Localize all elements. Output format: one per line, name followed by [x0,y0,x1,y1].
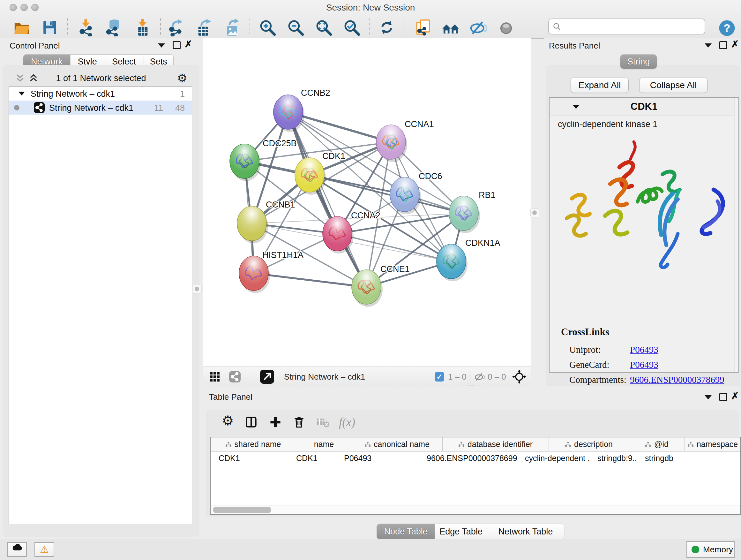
zoom-fit-button[interactable] [315,18,333,37]
column-type-icon [459,440,464,449]
node-label-RB1: RB1 [479,190,495,200]
results-scrollbar[interactable] [734,98,738,372]
tab-network-table[interactable]: Network Table [487,524,564,539]
delete-table-button[interactable] [316,415,330,429]
network-node-CDK1[interactable] [295,158,326,195]
panel-float-icon[interactable] [719,41,727,49]
table-panel-body: ⚙ f(x) shared namenamecanonical namedata… [206,410,739,517]
zoom-selected-button[interactable] [343,18,360,37]
delete-column-button[interactable] [292,415,306,429]
network-canvas[interactable]: CCNB2CCNA1CDC25BCDK1CDC6RB1CCNB1CCNA2CDK… [203,38,531,367]
crosslink-link[interactable]: 9606.ENSP00000378699 [630,374,724,385]
panel-close-icon[interactable]: ✗ [185,41,192,47]
detach-view-button[interactable] [260,370,274,384]
save-session-button[interactable] [41,18,59,37]
network-node-RB1[interactable] [449,196,480,233]
eye-sphere-icon [497,18,515,37]
table-row[interactable]: CDK1CDK1P064939606.ENSP00000378699cyclin… [211,451,740,465]
refresh-button[interactable] [378,18,396,37]
tree-expand-icon[interactable] [18,91,25,96]
search-input[interactable] [548,18,705,35]
network-node-CCNE1[interactable] [352,270,383,307]
table-column-header[interactable]: @id [629,437,685,451]
import-table-button[interactable] [133,18,151,37]
zoom-in-button[interactable] [259,18,276,37]
table-column-header[interactable]: canonical name [352,437,443,451]
first-neighbors-button[interactable] [414,18,432,37]
export-image-button[interactable] [223,18,241,37]
panel-menu-icon[interactable] [704,44,712,48]
network-node-CDKN1A[interactable] [436,244,468,281]
panel-float-icon[interactable] [173,41,181,49]
import-network-database-button[interactable] [105,18,123,37]
export-table-button[interactable] [195,18,212,37]
crosslink-link[interactable]: P06493 [630,360,658,370]
network-node-HIST1H1A[interactable] [239,256,270,293]
panel-menu-icon[interactable] [158,44,165,48]
table-cell: 9606.ENSP00000378699 [419,451,517,465]
hidden-node-edge-counts: 0 – 0 [488,367,506,387]
table-cell: stringdb:9... [590,451,637,465]
network-node-CDC25B[interactable] [230,144,261,181]
warning-icon: ⚠ [40,544,49,555]
expand-all-button[interactable]: Expand All [570,78,629,93]
memory-button[interactable]: Memory [686,541,735,558]
left-splitter-handle[interactable] [193,285,202,294]
birds-eye-crosshair-icon[interactable] [512,370,526,384]
selected-checkbox-icon[interactable]: ✓ [434,372,444,381]
collapse-all-button[interactable]: Collapse All [639,78,708,93]
network-view-share-icon[interactable] [229,371,241,382]
crosslink-label: GeneCard: [561,360,630,370]
hidden-eye-icon[interactable] [474,372,485,381]
tab-edge-table[interactable]: Edge Table [435,524,487,539]
table-column-header[interactable]: shared name [211,437,296,451]
selected-node-edge-counts: 1 – 0 [448,367,467,387]
add-column-button[interactable] [268,415,282,429]
panel-close-icon[interactable]: ✗ [731,393,739,399]
network-collection-row[interactable]: String Network – cdk1 1 [9,86,192,101]
collection-count: 1 [180,89,185,99]
warning-button[interactable]: ⚠ [35,542,54,557]
panel-float-icon[interactable] [719,393,727,401]
network-row-selected[interactable]: String Network – cdk1 11 48 [9,101,192,115]
network-node-CCNB2[interactable] [273,95,305,132]
panel-menu-icon[interactable] [704,395,712,399]
network-options-gear-icon[interactable]: ⚙ [177,71,187,85]
network-tree: String Network – cdk1 1 String Network –… [9,86,192,524]
network-edge[interactable] [254,273,366,287]
open-session-button[interactable] [13,18,30,37]
home-pages-button[interactable] [442,18,460,37]
table-column-header[interactable]: description [549,437,629,451]
network-edge[interactable] [288,112,366,287]
column-type-icon [645,440,651,449]
network-node-CCNB1[interactable] [237,206,268,243]
cloud-status-button[interactable] [7,542,27,557]
export-network-button[interactable] [166,18,185,37]
crosslink-link[interactable]: P06493 [630,345,658,355]
table-column-header[interactable]: database identifier [443,437,549,451]
table-horizontal-scrollbar[interactable] [211,505,740,514]
import-network-file-button[interactable] [77,18,94,37]
network-node-CCNA2[interactable] [323,216,354,253]
panel-close-icon[interactable]: ✗ [731,41,739,47]
crosslink-row: Uniprot:P06493 [561,342,724,357]
scrollbar-thumb[interactable] [213,507,271,513]
node-details-header[interactable]: CDK1 [549,98,738,116]
table-column-header[interactable]: name [296,437,352,451]
show-columns-button[interactable] [244,415,258,429]
hide-selected-button[interactable] [469,18,487,37]
table-options-gear-icon[interactable]: ⚙ [222,413,234,428]
network-node-CCNA1[interactable] [376,125,407,162]
table-column-header[interactable]: namespace [685,437,741,451]
footer-separator [470,371,470,383]
network-node-CDC6[interactable] [390,177,421,214]
zoom-out-button[interactable] [286,18,305,37]
crosslink-row: GeneCard:P06493 [561,357,724,372]
help-button[interactable]: ? [718,19,736,37]
tab-node-table[interactable]: Node Table [377,524,435,539]
show-all-button[interactable] [497,18,515,37]
function-builder-button[interactable]: f(x) [339,415,355,429]
tab-string[interactable]: String [620,55,657,69]
grid-view-icon[interactable] [210,372,219,381]
right-splitter-handle[interactable] [530,208,539,217]
